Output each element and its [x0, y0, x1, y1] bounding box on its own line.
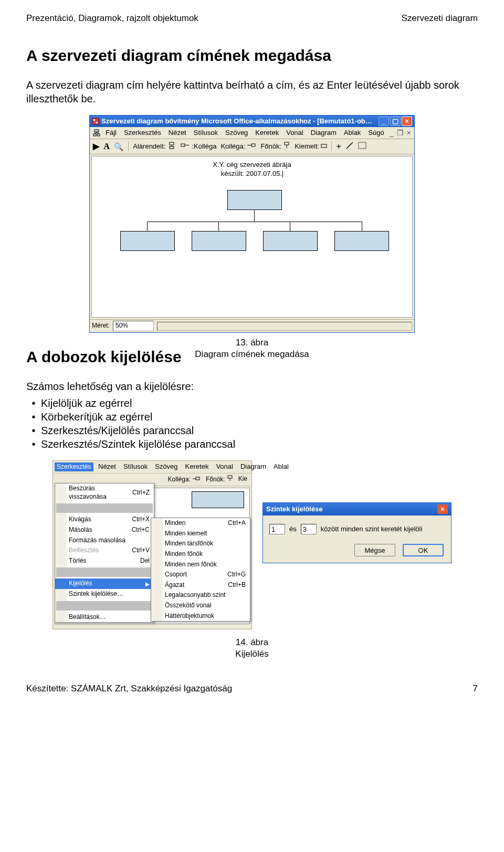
- mdi-close-icon[interactable]: ×: [407, 128, 411, 138]
- sm-all[interactable]: MindenCtrl+A: [151, 518, 250, 529]
- org-box-root[interactable]: [227, 190, 282, 210]
- menu2-nezet[interactable]: Nézet: [98, 462, 116, 471]
- menu-diagram[interactable]: Diagram: [311, 129, 337, 138]
- dialog-between-label: és: [289, 525, 297, 534]
- sm-connector[interactable]: Összekötő vonal: [151, 601, 250, 611]
- org-box-child[interactable]: [263, 231, 318, 251]
- edit-dropdown: Beszúrás visszavonásaCtrl+Z KivágásCtrl+…: [55, 483, 154, 623]
- mdi-icon: [93, 129, 100, 136]
- colleague-icon: [192, 476, 201, 484]
- svg-rect-2: [96, 122, 98, 123]
- sm-all-managers[interactable]: Minden főnök: [151, 549, 250, 560]
- org-box-child[interactable]: [120, 231, 175, 251]
- org-box[interactable]: [192, 491, 244, 508]
- text-cursor-icon: [282, 171, 283, 177]
- menu-ablak[interactable]: Ablak: [344, 129, 361, 138]
- mdi-bar: Fájl Szerkesztés Nézet Stílusok Szöveg K…: [90, 127, 414, 139]
- menu-szerkesztes-highlight[interactable]: Szerkesztés: [55, 462, 93, 471]
- tool-colleague-right[interactable]: Kolléga:: [220, 142, 256, 151]
- dd-select-levels[interactable]: Szintek kijelölése…: [55, 589, 154, 599]
- sm-lowest-level[interactable]: Legalacsonyabb szint: [151, 590, 250, 601]
- menu-stilusok[interactable]: Stílusok: [194, 129, 218, 138]
- subordinate-icon: [167, 142, 176, 152]
- text-tool-icon[interactable]: A: [103, 141, 110, 152]
- dd-select[interactable]: Kijelölés▶: [55, 578, 154, 589]
- dd-copyformat[interactable]: Formázás másolása: [55, 535, 154, 546]
- menu-sugo[interactable]: Súgó: [368, 129, 384, 138]
- chart-canvas[interactable]: X.Y. cég szervezeti ábrája készült: 2007…: [91, 156, 413, 318]
- dd-separator: [56, 503, 153, 513]
- svg-rect-13: [181, 144, 185, 146]
- menu-szerkesztes[interactable]: Szerkesztés: [124, 129, 161, 138]
- mdi-restore-icon[interactable]: ❐: [397, 128, 404, 138]
- chart-title[interactable]: X.Y. cég szervezeti ábrája készült: 2007…: [92, 161, 412, 178]
- org-box-child[interactable]: [192, 231, 246, 251]
- svg-rect-19: [321, 144, 327, 148]
- tool2-colleague[interactable]: Kolléga:: [168, 475, 201, 484]
- dd-delete[interactable]: TörlésDel: [55, 556, 154, 566]
- menu2-vonal[interactable]: Vonal: [216, 462, 233, 471]
- svg-rect-0: [92, 118, 99, 124]
- tool-subordinate[interactable]: Alárendelt:: [133, 142, 176, 152]
- close-button[interactable]: ×: [402, 117, 412, 126]
- sm-branch[interactable]: ÁgazatCtrl+B: [151, 580, 250, 591]
- maximize-button[interactable]: ▢: [390, 117, 401, 126]
- zoom-tool-icon[interactable]: 🔍: [114, 142, 124, 152]
- mdi-minimize-icon[interactable]: _: [390, 128, 394, 138]
- zoom-value[interactable]: 50%: [113, 321, 154, 331]
- dd-cut[interactable]: KivágásCtrl+X: [55, 514, 154, 525]
- dialog-close-button[interactable]: ×: [437, 504, 448, 514]
- dd-copy[interactable]: MásolásCtrl+C: [55, 525, 154, 535]
- tool-colleague-left[interactable]: :Kolléga: [181, 142, 216, 151]
- dialog-titlebar[interactable]: Szintek kijelölése ×: [263, 503, 451, 516]
- bullet-item: Kijelöljük az egérrel: [26, 396, 478, 410]
- page-number: 7: [473, 683, 478, 695]
- menu-keretek[interactable]: Keretek: [255, 129, 279, 138]
- section1-title: A szervezeti diagram címének megadása: [26, 45, 478, 66]
- org-chart: [113, 190, 391, 279]
- menu-vonal[interactable]: Vonal: [286, 129, 303, 138]
- tool2-kie[interactable]: Kie: [238, 475, 247, 484]
- menu2-diagram[interactable]: Diagram: [240, 462, 266, 471]
- svg-rect-17: [285, 142, 289, 145]
- tool-manager[interactable]: Főnök:: [260, 142, 290, 152]
- ok-button[interactable]: OK: [403, 544, 444, 556]
- menu2-stilusok[interactable]: Stílusok: [123, 462, 148, 471]
- colleague-right-icon: [247, 142, 256, 151]
- level-from-input[interactable]: [269, 524, 285, 534]
- menu-fajl[interactable]: Fájl: [106, 129, 117, 138]
- dd-undo[interactable]: Beszúrás visszavonásaCtrl+Z: [55, 483, 154, 502]
- tool-plus-icon[interactable]: +: [336, 141, 341, 152]
- cancel-button[interactable]: Mégse: [354, 544, 395, 556]
- sm-all-highlighted[interactable]: Minden kiemelt: [151, 529, 250, 539]
- org-box-child[interactable]: [334, 231, 389, 251]
- menu-szoveg[interactable]: Szöveg: [225, 129, 248, 138]
- sm-group[interactable]: CsoportCtrl+G: [151, 570, 250, 580]
- menu2-ablal[interactable]: Ablal: [274, 462, 289, 471]
- dd-separator: [56, 567, 153, 577]
- tool2-manager[interactable]: Főnök:: [206, 475, 233, 484]
- chevron-right-icon: ▶: [145, 581, 150, 587]
- tool-line-icon[interactable]: [345, 141, 354, 152]
- app-icon: [92, 118, 99, 125]
- menu2-keretek[interactable]: Keretek: [185, 462, 209, 471]
- svg-rect-21: [359, 142, 366, 149]
- svg-rect-10: [170, 142, 174, 145]
- toolbar: ▶ A 🔍 Alárendelt: :Kolléga Kolléga: Főnö…: [90, 139, 414, 154]
- dd-settings[interactable]: Beállítások…: [55, 612, 154, 623]
- menu2-szoveg[interactable]: Szöveg: [155, 462, 177, 471]
- manager-icon: [283, 142, 290, 152]
- menu-nezet[interactable]: Nézet: [169, 129, 186, 138]
- pointer-tool-icon[interactable]: ▶: [93, 141, 99, 152]
- sm-all-coworkers[interactable]: Minden társfőnök: [151, 539, 250, 549]
- orgchart-window: Szervezeti diagram bővítmény Microsoft O…: [89, 115, 415, 333]
- level-to-input[interactable]: [301, 524, 317, 534]
- tool-rect-icon[interactable]: [358, 142, 366, 152]
- minimize-button[interactable]: _: [379, 117, 389, 126]
- window-titlebar[interactable]: Szervezeti diagram bővítmény Microsoft O…: [90, 115, 414, 127]
- sm-all-nonmanagers[interactable]: Minden nem főnök: [151, 560, 250, 570]
- sm-background[interactable]: Háttérobjektumok: [151, 611, 250, 622]
- tool-highlight[interactable]: Kiemelt:: [295, 142, 327, 151]
- dd-paste: BeillesztésCtrl+V: [55, 545, 154, 556]
- figure14-caption: 14. ábra Kijelölés: [26, 637, 478, 660]
